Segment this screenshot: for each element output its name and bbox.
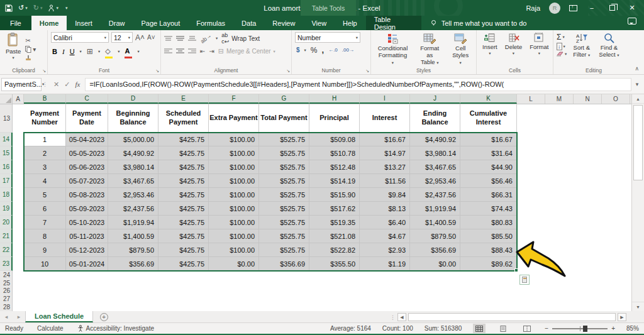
zoom-out-icon[interactable]: −: [545, 325, 548, 332]
user-name[interactable]: Raja: [526, 4, 540, 12]
page-break-view-icon[interactable]: [521, 324, 533, 333]
ribbon-display-options-icon[interactable]: [569, 5, 577, 11]
conditional-formatting-button[interactable]: ConditionalFormatting ▾: [374, 32, 411, 67]
row-header-13[interactable]: 13: [0, 104, 13, 133]
minimize-button[interactable]: −: [586, 4, 597, 12]
data-cell[interactable]: 05-04-2023: [66, 133, 108, 146]
data-cell[interactable]: $0.00: [410, 257, 460, 271]
customize-qat-icon[interactable]: ▾: [64, 6, 68, 11]
row-header-17[interactable]: 17: [0, 174, 13, 188]
sheet-tab-loan-schedule[interactable]: Loan Schedule: [25, 311, 93, 322]
column-header-C[interactable]: C: [66, 94, 108, 104]
column-header-N[interactable]: N: [574, 94, 602, 104]
undo-button[interactable]: ↺▾: [18, 4, 28, 12]
data-cell[interactable]: 05-06-2023: [66, 160, 108, 174]
save-icon[interactable]: [5, 4, 13, 12]
decrease-decimal-icon[interactable]: .00→: [342, 47, 354, 53]
cell-styles-button[interactable]: CellStyles ▾: [448, 32, 473, 67]
align-top-icon[interactable]: [164, 36, 172, 41]
data-cell[interactable]: $522.82: [309, 243, 360, 257]
empty-area[interactable]: [517, 202, 644, 216]
row-header-14[interactable]: 14: [0, 133, 13, 146]
header-cell[interactable]: Extra Payment: [209, 104, 259, 133]
tab-draw[interactable]: Draw: [101, 16, 133, 30]
data-cell[interactable]: $3,467.65: [108, 174, 158, 188]
data-cell[interactable]: $515.90: [309, 188, 360, 202]
redo-button[interactable]: ↻▾: [33, 4, 43, 12]
align-left-icon[interactable]: [164, 48, 172, 54]
clipboard-dialog-launcher[interactable]: ↘: [42, 69, 46, 74]
row-header-25[interactable]: 25: [0, 279, 13, 287]
data-cell[interactable]: $100.00: [209, 174, 259, 188]
status-calculate[interactable]: Calculate: [37, 325, 64, 332]
column-header-D[interactable]: D: [108, 94, 158, 104]
cell-A15[interactable]: [13, 146, 24, 160]
close-button[interactable]: ✕: [626, 4, 638, 12]
tab-file[interactable]: File: [0, 16, 31, 30]
empty-area[interactable]: [13, 303, 644, 311]
zoom-slider[interactable]: [552, 328, 608, 329]
header-cell[interactable]: Interest: [360, 104, 410, 133]
empty-area[interactable]: [517, 216, 644, 229]
merge-center-button[interactable]: ⊟Merge & Center▾: [218, 47, 275, 55]
data-cell[interactable]: $4,490.92: [108, 146, 158, 160]
font-dialog-launcher[interactable]: ↘: [155, 69, 159, 74]
align-right-icon[interactable]: [188, 48, 196, 54]
status-accessibility[interactable]: Accessibility: Investigate: [77, 325, 154, 332]
decrease-indent-icon[interactable]: ⇤: [200, 48, 205, 55]
orientation-icon[interactable]: ab→: [199, 32, 213, 45]
data-cell[interactable]: $879.50: [410, 229, 460, 243]
formula-bar-splitter[interactable]: ⋮: [42, 81, 48, 87]
header-cell[interactable]: Total Payment: [259, 104, 309, 133]
column-header-F[interactable]: F: [209, 94, 259, 104]
data-cell[interactable]: $74.43: [460, 202, 517, 216]
data-cell[interactable]: 9: [24, 243, 66, 257]
data-cell[interactable]: $525.75: [259, 202, 309, 216]
data-cell[interactable]: $509.08: [309, 133, 360, 146]
collapse-ribbon-icon[interactable]: ∧: [635, 65, 639, 72]
vscroll-thumb[interactable]: [633, 105, 643, 180]
row-header-18[interactable]: 18: [0, 188, 13, 202]
data-cell[interactable]: 3: [24, 160, 66, 174]
comma-style-icon[interactable]: ,: [322, 45, 325, 55]
data-cell[interactable]: 5: [24, 188, 66, 202]
empty-area[interactable]: [517, 146, 644, 160]
autosum-button[interactable]: Σ▾: [557, 33, 567, 41]
data-cell[interactable]: $425.75: [158, 188, 209, 202]
data-cell[interactable]: $3,467.65: [410, 160, 460, 174]
insert-function-icon[interactable]: fx: [75, 80, 80, 88]
cell-A23[interactable]: [13, 257, 24, 271]
row-header-15[interactable]: 15: [0, 146, 13, 160]
data-cell[interactable]: $356.69: [259, 257, 309, 271]
wrap-text-button[interactable]: abc↩Wrap Text: [221, 32, 260, 45]
sort-filter-button[interactable]: AZ Sort &Filter ▾: [570, 32, 592, 59]
touch-mode-icon[interactable]: ▾: [48, 4, 58, 12]
number-dialog-launcher[interactable]: ↘: [365, 69, 369, 74]
cell-A16[interactable]: [13, 160, 24, 174]
data-cell[interactable]: 05-01-2024: [66, 257, 108, 271]
new-sheet-button[interactable]: +: [93, 311, 114, 322]
avatar[interactable]: R: [549, 3, 560, 14]
row-header-27[interactable]: 27: [0, 295, 13, 303]
data-cell[interactable]: $525.75: [259, 243, 309, 257]
cut-icon[interactable]: ✂: [25, 37, 36, 44]
data-cell[interactable]: 10: [24, 257, 66, 271]
cell-A13[interactable]: [13, 104, 24, 133]
data-cell[interactable]: $0.00: [209, 257, 259, 271]
font-size-combo[interactable]: 12▾: [111, 32, 133, 43]
data-cell[interactable]: $2,437.56: [108, 202, 158, 216]
data-cell[interactable]: $16.67: [360, 133, 410, 146]
column-header-O[interactable]: O: [602, 94, 630, 104]
data-cell[interactable]: $525.75: [259, 133, 309, 146]
data-cell[interactable]: $2,437.56: [410, 188, 460, 202]
fill-color-icon[interactable]: ◇: [105, 45, 113, 58]
header-cell[interactable]: Payment Date: [66, 104, 108, 133]
hscroll-left-icon[interactable]: ◀: [397, 313, 406, 321]
data-cell[interactable]: $525.75: [259, 160, 309, 174]
data-cell[interactable]: $5,000.00: [108, 133, 158, 146]
data-cell[interactable]: 1: [24, 133, 66, 146]
vscroll-up-icon[interactable]: ▲: [632, 94, 644, 104]
delete-cells-button[interactable]: Delete▾: [502, 32, 525, 56]
data-cell[interactable]: $8.13: [360, 202, 410, 216]
data-cell[interactable]: $425.75: [158, 257, 209, 271]
